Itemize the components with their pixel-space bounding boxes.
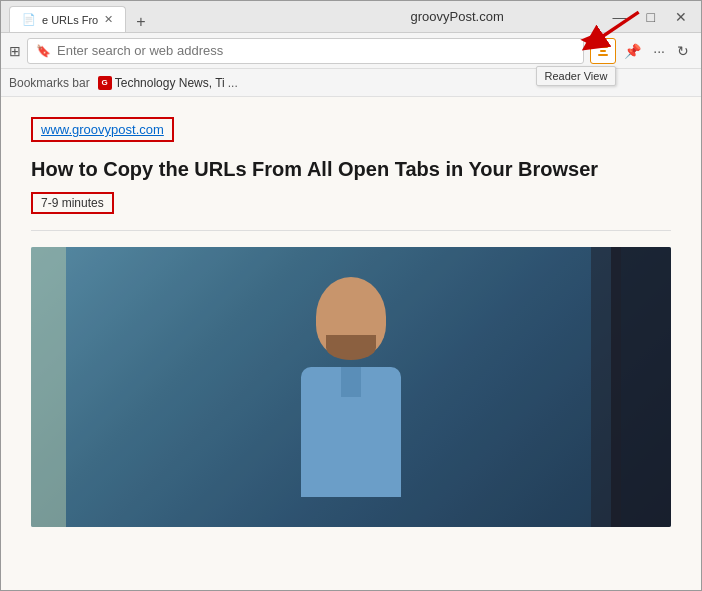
tab-close-button[interactable]: ✕ — [104, 14, 113, 25]
reader-view-tooltip: Reader View — [536, 66, 617, 86]
article-divider — [31, 230, 671, 231]
address-bar[interactable]: 🔖 — [27, 38, 584, 64]
refresh-button[interactable]: ↻ — [673, 41, 693, 61]
bookmarks-label: Bookmarks bar — [9, 76, 90, 90]
address-input[interactable] — [57, 43, 575, 58]
article-title: How to Copy the URLs From All Open Tabs … — [31, 156, 671, 182]
pocket-button[interactable]: 📌 — [620, 41, 645, 61]
site-url-link[interactable]: www.groovypost.com — [31, 117, 174, 142]
page-icon: 🔖 — [36, 44, 51, 58]
browser-window: 📄 e URLs Fro ✕ + groovyPost.com — □ ✕ ⊞ … — [0, 0, 702, 591]
active-tab[interactable]: 📄 e URLs Fro ✕ — [9, 6, 126, 32]
new-tab-button[interactable]: + — [130, 12, 151, 32]
bookmark-favicon: G — [98, 76, 112, 90]
reader-line-2 — [600, 50, 606, 52]
reader-line-3 — [598, 54, 608, 56]
read-time-badge: 7-9 minutes — [31, 192, 114, 214]
title-bar: 📄 e URLs Fro ✕ + groovyPost.com — □ ✕ — [1, 1, 701, 33]
reader-view-icon — [596, 44, 610, 58]
reader-view-button[interactable] — [590, 38, 616, 64]
tab-favicon: 📄 — [22, 13, 36, 26]
nav-bar: ⊞ 🔖 Reader View 📌 ··· ↻ — [1, 33, 701, 69]
person-collar — [341, 367, 361, 397]
nav-icons: Reader View 📌 ··· ↻ — [590, 38, 693, 64]
tab-strip: 📄 e URLs Fro ✕ + — [9, 1, 308, 32]
minimize-button[interactable]: — — [607, 7, 633, 27]
browser-title: groovyPost.com — [308, 9, 607, 24]
content-area: www.groovypost.com How to Copy the URLs … — [1, 97, 701, 590]
bookmark-ellipsis: ... — [228, 76, 238, 90]
more-button[interactable]: ··· — [649, 41, 669, 61]
person-beard — [326, 335, 376, 360]
maximize-button[interactable]: □ — [641, 7, 661, 27]
window-controls: — □ ✕ — [607, 7, 693, 27]
article-image — [31, 247, 671, 527]
reader-view-container: Reader View — [590, 38, 616, 64]
reader-line-1 — [598, 46, 608, 48]
tab-title: e URLs Fro — [42, 14, 98, 26]
bookmark-item[interactable]: G Technology News, Ti ... — [98, 76, 238, 90]
grid-icon[interactable]: ⊞ — [9, 43, 21, 59]
image-dark-bar — [591, 247, 621, 527]
person-figure — [251, 257, 451, 517]
close-button[interactable]: ✕ — [669, 7, 693, 27]
bookmark-title: Technology News, Ti — [115, 76, 225, 90]
